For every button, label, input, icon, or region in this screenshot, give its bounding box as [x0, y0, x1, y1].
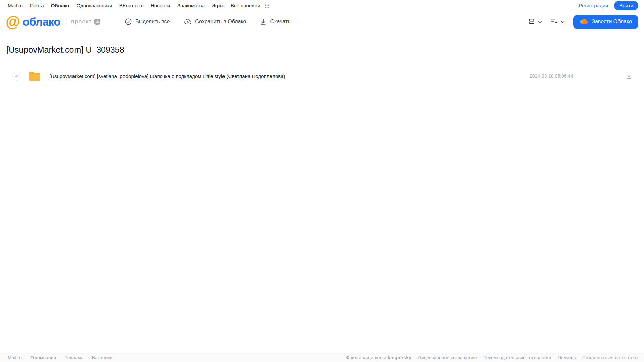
select-all-label: Выделить все — [135, 19, 170, 25]
download-button[interactable]: Скачать — [260, 18, 290, 25]
sort-button[interactable] — [551, 18, 565, 26]
footer-link-report[interactable]: Пожаловаться на контент — [582, 355, 638, 360]
row-download-button[interactable] — [626, 73, 632, 80]
footer-link-jobs[interactable]: Вакансии — [92, 355, 112, 360]
cloud-icon — [580, 18, 588, 26]
page-title: [UsupovMarket.com] U_309358 — [6, 45, 638, 55]
download-arrow-icon — [626, 73, 632, 80]
save-to-cloud-label: Сохранить в Облако — [195, 19, 246, 25]
files-protected-note: Файлы защищеныkaspersky — [346, 355, 411, 360]
download-arrow-icon — [260, 18, 267, 25]
portal-link-dating[interactable]: Знакомства — [177, 3, 205, 8]
select-all-button[interactable]: Выделить все — [125, 18, 170, 25]
files-protected-label: Файлы защищены — [346, 355, 386, 360]
view-mode-icon — [528, 18, 535, 26]
footer-link-license[interactable]: Лицензионное соглашение — [418, 355, 477, 360]
portal-link-games[interactable]: Игры — [212, 3, 224, 8]
main-content: [UsupovMarket.com] U_309358 [UsupovMarke… — [0, 45, 644, 84]
footer-right-links: Файлы защищеныkaspersky Лицензионное сог… — [346, 355, 638, 360]
sort-icon — [551, 18, 558, 26]
footer-link-recommendations[interactable]: Рекомендательные технологии — [483, 355, 551, 360]
chevron-down-icon — [538, 19, 542, 24]
chevron-down-icon — [561, 19, 565, 24]
footer-left-links: Mail.ru О компании Реклама Вакансии — [8, 355, 112, 360]
app-header: @ облако | проект vk Выделить все — [0, 11, 644, 33]
footer-link-help[interactable]: Помощь — [558, 355, 576, 360]
row-checkbox[interactable] — [12, 72, 21, 81]
footer-link-ads[interactable]: Реклама — [64, 355, 83, 360]
cloud-logo[interactable]: @ облако | проект vk — [6, 15, 100, 29]
portal-links: Mail.ru Почта Облако Одноклассники ВКонт… — [8, 3, 269, 8]
portal-link-vkontakte[interactable]: ВКонтакте — [119, 3, 144, 8]
file-name-link[interactable]: [UsupovMarket.com] [svetlana_podoplelova… — [49, 73, 285, 79]
download-label: Скачать — [270, 19, 290, 25]
footer-link-about[interactable]: О компании — [30, 355, 56, 360]
portal-navbar: Mail.ru Почта Облако Одноклассники ВКонт… — [0, 0, 644, 11]
kaspersky-logo[interactable]: kaspersky — [388, 355, 411, 360]
portal-link-all-projects[interactable]: Все проекты — [231, 3, 260, 8]
registration-link[interactable]: Регистрация — [579, 3, 608, 8]
save-to-cloud-button[interactable]: Сохранить в Облако — [184, 18, 246, 25]
portal-link-mail[interactable]: Почта — [30, 3, 44, 8]
portal-auth: Регистрация Войти — [579, 1, 638, 10]
view-mode-button[interactable] — [528, 18, 542, 26]
login-button[interactable]: Войти — [614, 1, 638, 10]
mailru-at-icon: @ — [6, 15, 20, 29]
create-cloud-label: Завести Облако — [592, 19, 632, 25]
logo-divider: | — [65, 18, 67, 26]
portal-link-mailru[interactable]: Mail.ru — [8, 3, 23, 8]
logo-wordmark: облако — [22, 15, 60, 29]
select-all-check-circle-icon — [125, 18, 132, 25]
save-to-cloud-icon — [184, 18, 192, 25]
portal-link-news[interactable]: Новости — [151, 3, 170, 8]
project-label: проект — [71, 18, 92, 25]
footer-link-mailru[interactable]: Mail.ru — [8, 355, 22, 360]
create-cloud-button[interactable]: Завести Облако — [573, 15, 638, 29]
checkmark-icon — [15, 74, 19, 78]
file-list-row[interactable]: [UsupovMarket.com] [svetlana_podoplelova… — [6, 68, 638, 84]
portal-link-cloud[interactable]: Облако — [51, 3, 69, 8]
portal-link-odnoklassniki[interactable]: Одноклассники — [77, 3, 112, 8]
file-toolbar: Выделить все Сохранить в Облако Скачат — [125, 18, 291, 25]
all-projects-grid-icon[interactable] — [265, 3, 269, 8]
header-right-controls: Завести Облако — [528, 15, 638, 29]
folder-icon — [28, 71, 41, 82]
vk-badge-icon: vk — [94, 19, 100, 25]
page-footer: Mail.ru О компании Реклама Вакансии Файл… — [0, 353, 644, 362]
file-date: 2024-03-18 05:06:44 — [530, 73, 573, 79]
